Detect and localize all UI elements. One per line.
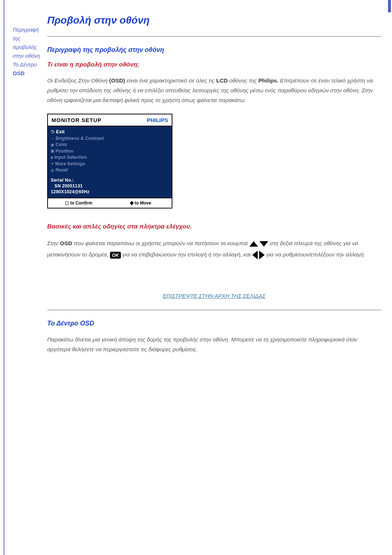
resolution-value: 1280X1024@60Hz — [51, 189, 169, 195]
osd-item-reset: ◎Reset — [51, 167, 169, 174]
osd-menu: ⮌Exit ☼Brightness & Contrast ◉Color ▣Pos… — [48, 126, 172, 175]
down-arrow-icon — [260, 241, 268, 247]
osd-tree-heading: Το Δέντρο OSD — [47, 320, 381, 327]
bullet-icon: ◙ — [51, 155, 53, 160]
sidebar-link-tree[interactable]: Το Δέντρο OSD — [13, 61, 37, 76]
bullet-icon: ◎ — [51, 168, 54, 173]
sidebar: Περιγραφή της προβολής στην οθόνη Το Δέν… — [13, 25, 49, 78]
text-bold: LCD — [216, 77, 228, 84]
square-icon — [65, 202, 69, 205]
up-arrow-icon — [249, 241, 258, 247]
bullet-icon: ◉ — [51, 142, 54, 147]
serial-value: SN 20051131 — [51, 183, 169, 189]
text: για να επιβεβαιώσουν την επιλογή ή την α… — [122, 251, 252, 258]
back-icon: ⮌ — [51, 129, 54, 134]
osd-item-input: ◙Input Selection — [51, 154, 169, 161]
osd-move-label: to Move — [135, 200, 151, 206]
right-arrow-icon — [259, 251, 265, 259]
osd-item-more: ✦More Settings — [51, 161, 169, 167]
sidebar-link-text: στην οθόνη — [13, 53, 40, 59]
bullet-icon: ✦ — [51, 161, 54, 166]
separator — [47, 310, 381, 310]
osd-item-label: Input Selection — [54, 154, 87, 161]
page-title: Προβολή στην οθόνη — [47, 15, 381, 26]
osd-panel-header: MONITOR SETUP PHILIPS — [48, 114, 172, 126]
sidebar-link-text: Περιγραφή — [13, 27, 39, 33]
osd-item-brightness: ☼Brightness & Contrast — [51, 135, 169, 142]
bullet-icon: ▣ — [51, 149, 54, 154]
text-bold: Philips. — [258, 77, 278, 84]
description-heading: Περιγραφή της προβολής στην οθόνη — [47, 46, 381, 54]
osd-item-label: More Settings — [55, 161, 85, 167]
sidebar-link-text: της — [13, 35, 20, 41]
tree-paragraph: Παρακάτω δίνεται μια γενική άποψη της δο… — [47, 335, 381, 354]
diamond-icon — [130, 201, 134, 205]
what-is-heading: Τι είναι η προβολή στην οθόνη; — [47, 61, 381, 68]
text: που φαίνεται παραπάνω οι χρήστες μπορούν… — [72, 240, 249, 246]
serial-label: Serial No.: — [51, 177, 169, 183]
osd-item-exit: ⮌Exit — [51, 129, 169, 135]
text: Στην — [47, 240, 60, 246]
text: για να ρυθμίσουν/επιλέξουν την αλλαγή. — [266, 251, 365, 258]
text-bold: (OSD) — [109, 77, 125, 84]
left-arrow-icon — [252, 251, 258, 259]
text: οθόνης της — [229, 77, 258, 84]
osd-item-color: ◉Color — [51, 142, 169, 148]
intro-paragraph: Οι Ενδείξεις Στην Οθόνη (OSD) είναι ένα … — [47, 76, 381, 105]
sidebar-link-text: προβολής — [13, 44, 37, 50]
controls-paragraph: Στην OSD που φαίνεται παραπάνω οι χρήστε… — [47, 238, 381, 260]
main-content: Προβολή στην οθόνη Περιγραφή της προβολή… — [47, 15, 381, 363]
right-rule — [388, 0, 391, 12]
osd-move-hint: to Move — [110, 198, 172, 208]
osd-item-label: Position — [56, 148, 73, 155]
osd-confirm-hint: to Confirm — [48, 198, 110, 208]
osd-serial: Serial No.: SN 20051131 1280X1024@60Hz — [48, 176, 172, 198]
osd-brand: PHILIPS — [147, 117, 168, 123]
sidebar-link-description[interactable]: Περιγραφή της προβολής στην οθόνη — [13, 27, 40, 59]
separator — [47, 36, 381, 37]
osd-title: MONITOR SETUP — [52, 117, 102, 123]
text-bold: OSD — [60, 240, 72, 246]
osd-item-label: Color — [56, 142, 68, 148]
text: είναι ένα χαρακτηριστικό σε όλες τις — [127, 77, 216, 84]
sidebar-link-text: Το Δέντρο — [13, 61, 37, 68]
basic-instructions-heading: Βασικές και απλές οδηγίες στα πλήκτρα ελ… — [47, 223, 381, 230]
osd-item-position: ▣Position — [51, 148, 169, 155]
osd-footer: to Confirm to Move — [48, 198, 172, 208]
osd-confirm-label: to Confirm — [70, 200, 92, 206]
osd-item-label: Brightness & Contrast — [56, 135, 104, 142]
osd-panel: MONITOR SETUP PHILIPS ⮌Exit ☼Brightness … — [47, 114, 172, 208]
osd-item-label: Exit — [56, 129, 65, 135]
text: Οι Ενδείξεις Στην Οθόνη — [47, 77, 109, 84]
osd-tree-heading-text: Το Δέντρο OSD — [47, 320, 94, 327]
back-to-top-link[interactable]: ΕΠΙΣΤΡΕΨΤΕ ΣΤΗΝ ΑΡΧΗ ΤΗΣ ΣΕΛΙΔΑΣ — [47, 293, 381, 299]
ok-button-icon: OK — [110, 252, 121, 259]
sun-icon: ☼ — [51, 136, 54, 141]
sidebar-link-text: OSD — [13, 70, 25, 76]
osd-item-label: Reset — [56, 167, 68, 174]
left-rule — [4, 0, 4, 555]
